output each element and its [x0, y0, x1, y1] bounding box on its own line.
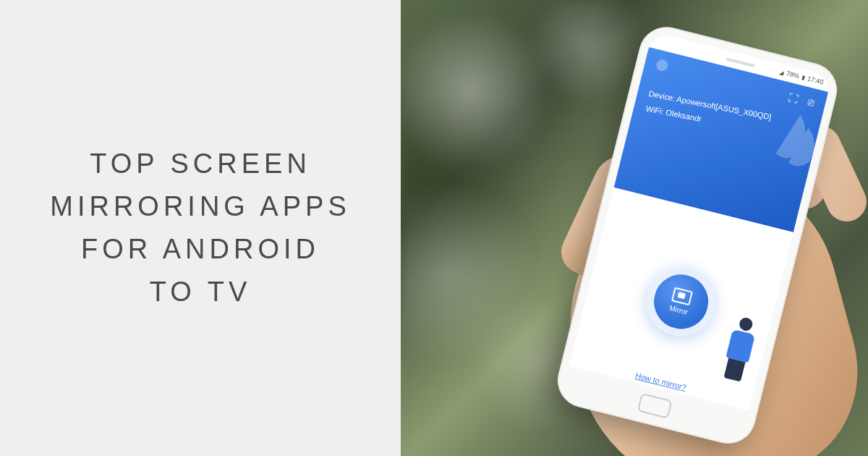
text-panel: TOP SCREEN MIRRORING APPS FOR ANDROID TO…: [0, 0, 401, 456]
wifi-label: WiFi:: [645, 104, 665, 116]
title-line-2: MIRRORING APPS: [50, 185, 351, 228]
photo-panel: ◢ 78% ▮ 17:40 ⛶ ⎚ Device: Apowersoft[ASU…: [401, 0, 868, 456]
mirror-button[interactable]: Mirror: [639, 260, 723, 343]
tv-icon: [593, 384, 608, 397]
cast-icon[interactable]: ⎚: [807, 96, 815, 109]
avatar-icon[interactable]: [655, 59, 669, 72]
mirror-icon: [671, 287, 693, 305]
title-line-4: TO TV: [50, 271, 351, 313]
how-to-mirror-link[interactable]: How to mirror?: [634, 371, 687, 392]
title-line-3: FOR ANDROID: [50, 228, 351, 271]
title-line-1: TOP SCREEN: [50, 143, 351, 185]
wifi-value: Oleksandr: [665, 108, 703, 123]
nav-label: Local Mirroring: [582, 392, 616, 405]
home-button[interactable]: [637, 393, 673, 419]
mirror-button-label: Mirror: [668, 303, 689, 316]
clock: 17:40: [807, 75, 824, 86]
headline: TOP SCREEN MIRRORING APPS FOR ANDROID TO…: [50, 143, 351, 313]
illustration-head: [738, 316, 754, 332]
scan-icon[interactable]: ⛶: [787, 91, 799, 105]
battery-icon: ▮: [801, 74, 806, 81]
device-label: Device:: [648, 89, 676, 103]
person-illustration: [714, 313, 765, 385]
battery-percent: 78%: [786, 69, 800, 80]
illustration-legs: [724, 358, 746, 382]
nav-local-mirroring[interactable]: Local Mirroring: [582, 381, 618, 407]
signal-icon: ◢: [778, 68, 784, 75]
